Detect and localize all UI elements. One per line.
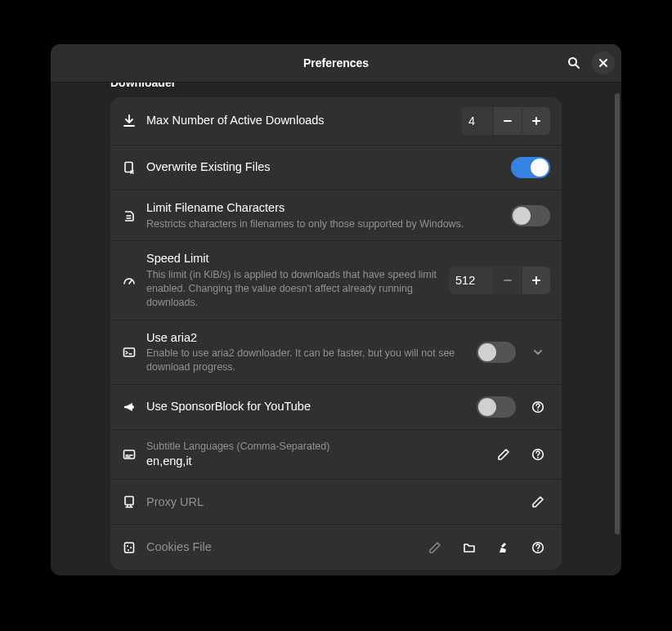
help-icon (531, 401, 544, 414)
svg-point-22 (128, 549, 129, 551)
row-subtitle: Enable to use aria2 downloader. It can b… (146, 347, 467, 374)
subtitle-icon (122, 447, 137, 462)
aria2-toggle[interactable] (477, 342, 516, 363)
cookies-edit (423, 535, 447, 560)
cookies-help[interactable] (526, 535, 550, 560)
svg-line-8 (129, 280, 132, 284)
sponsorblock-help[interactable] (526, 395, 550, 419)
downloader-settings-list: Max Number of Active Downloads (110, 97, 562, 570)
preferences-window: Preferences Downloader (51, 44, 621, 575)
cookies-file-icon (122, 540, 137, 555)
row-label: Subtitle Languages (Comma-Separated) (146, 440, 482, 454)
scrollbar[interactable] (615, 93, 620, 535)
row-title: Cookies File (146, 539, 413, 556)
svg-rect-18 (125, 497, 133, 505)
proxy-icon (122, 495, 137, 509)
max-active-spinbox (462, 107, 550, 135)
svg-point-17 (537, 457, 539, 459)
close-icon (598, 58, 608, 68)
max-active-input[interactable] (462, 107, 493, 135)
row-speed-limit: Speed Limit This limit (in KiB/s) is app… (110, 241, 562, 320)
cookies-clear[interactable] (491, 535, 516, 560)
close-button[interactable] (592, 51, 615, 74)
filename-icon (122, 208, 137, 223)
download-icon (122, 114, 137, 128)
help-icon (531, 448, 544, 461)
row-title: Use SponsorBlock for YouTube (146, 399, 467, 415)
row-cookies-file[interactable]: Cookies File (110, 525, 562, 570)
subtitle-help[interactable] (526, 442, 550, 467)
megaphone-icon (122, 400, 137, 414)
cookies-browse[interactable] (457, 535, 482, 560)
terminal-icon (122, 345, 137, 360)
sponsorblock-toggle[interactable] (477, 396, 516, 418)
speed-limit-decrement (494, 266, 522, 294)
row-subtitle-languages[interactable]: Subtitle Languages (Comma-Separated) en,… (110, 430, 562, 480)
titlebar-actions (562, 51, 615, 74)
row-title: Use aria2 (146, 330, 467, 347)
folder-open-icon (463, 541, 476, 554)
titlebar: Preferences (51, 44, 621, 83)
row-max-active-downloads: Max Number of Active Downloads (110, 97, 562, 145)
row-overwrite-existing[interactable]: Overwrite Existing Files (110, 145, 562, 190)
pencil-icon (531, 495, 544, 508)
search-button[interactable] (562, 51, 585, 74)
svg-line-1 (576, 65, 579, 68)
chevron-down-icon (532, 347, 544, 358)
subtitle-edit[interactable] (491, 442, 516, 467)
overwrite-toggle[interactable] (511, 157, 550, 178)
speed-limit-spinbox (449, 266, 550, 294)
speed-limit-increment[interactable] (522, 266, 550, 294)
row-title: Limit Filename Characters (146, 200, 501, 217)
svg-rect-12 (124, 348, 135, 356)
svg-point-14 (537, 409, 539, 411)
row-title: Proxy URL (146, 495, 516, 511)
minus-icon (503, 275, 513, 285)
row-subtitle: This limit (in KiB/s) is applied to down… (146, 268, 439, 310)
window-title: Preferences (303, 56, 369, 69)
row-sponsorblock[interactable]: Use SponsorBlock for YouTube (110, 385, 562, 430)
content-area[interactable]: Downloader Max Number of Active Download… (51, 83, 621, 575)
minus-icon (503, 116, 513, 126)
aria2-expand[interactable] (526, 340, 550, 365)
svg-point-24 (537, 550, 539, 552)
subtitle-value: en,eng,it (146, 454, 482, 470)
row-title: Speed Limit (146, 251, 439, 267)
svg-point-20 (127, 545, 128, 547)
proxy-edit[interactable] (526, 490, 550, 514)
broom-icon (497, 541, 510, 554)
section-header-downloader: Downloader (110, 83, 562, 89)
row-subtitle: Restricts characters in filenames to onl… (146, 217, 501, 231)
max-active-decrement[interactable] (494, 107, 522, 135)
row-limit-filename[interactable]: Limit Filename Characters Restricts char… (110, 190, 562, 241)
row-use-aria2[interactable]: Use aria2 Enable to use aria2 downloader… (110, 320, 562, 385)
plus-icon (531, 116, 541, 126)
max-active-increment[interactable] (522, 107, 550, 135)
file-overwrite-icon (122, 160, 137, 175)
help-icon (531, 541, 544, 554)
row-proxy-url[interactable]: Proxy URL (110, 480, 562, 525)
pencil-icon (428, 541, 441, 554)
row-title: Overwrite Existing Files (146, 159, 501, 176)
row-title: Max Number of Active Downloads (146, 113, 452, 129)
pencil-icon (497, 448, 510, 461)
svg-rect-19 (125, 543, 134, 553)
plus-icon (531, 275, 541, 285)
speed-limit-input[interactable] (449, 266, 493, 294)
limit-filename-toggle[interactable] (511, 205, 550, 226)
search-icon (567, 56, 580, 69)
svg-point-21 (130, 547, 132, 548)
speedometer-icon (122, 273, 137, 288)
